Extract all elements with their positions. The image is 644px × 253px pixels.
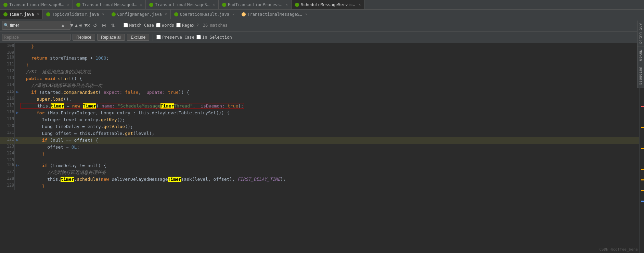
gutter-cell xyxy=(14,144,21,151)
tab-TransactionalMessageBridge-java[interactable]: TransactionalMessageBridge.java× xyxy=(0,0,73,9)
in-selection-text: In Selection xyxy=(202,35,232,40)
line-number: 119 xyxy=(0,116,14,123)
tab-bar-top: TransactionalMessageBridge.java×Transact… xyxy=(0,0,644,10)
in-selection-checkbox[interactable] xyxy=(196,35,201,39)
gutter-cell xyxy=(14,43,21,50)
tab-ScheduleMessageService-java[interactable]: ScheduleMessageService.java× xyxy=(292,0,364,9)
side-tabs: Ant BuildMavenDatabase xyxy=(637,21,644,88)
code-area[interactable]: 108 }109110 return storeTimestamp + 1000… xyxy=(0,43,639,253)
code-cell: this.timer = new Timer( name: "ScheduleM… xyxy=(21,103,639,110)
gutter-cell: ▷ xyxy=(14,110,21,116)
replace-input-wrap xyxy=(2,34,70,41)
words-label[interactable]: Words xyxy=(156,23,174,28)
tab-bottom-Timer-java[interactable]: Timer.java× xyxy=(0,10,43,19)
tab-bottom-TopicValidator-java[interactable]: TopicValidator.java× xyxy=(43,10,108,19)
line-number: 116 xyxy=(0,96,14,103)
regex-checkbox[interactable] xyxy=(176,23,181,27)
editor-wrapper: TransactionalMessageBridge.java×Transact… xyxy=(0,0,644,253)
table-row: 114 //通过CAS锁保证服务只会启动一次 xyxy=(0,82,639,89)
words-text: Words xyxy=(162,23,174,28)
code-cell: super.load(), xyxy=(21,96,639,103)
table-row: 109 xyxy=(0,50,639,55)
replace-button[interactable]: Replace xyxy=(73,34,95,41)
tab-bottom-TransactionalMessageService-java[interactable]: TransactionalMessageService.java× xyxy=(238,10,311,19)
preserve-case-checkbox[interactable] xyxy=(156,35,161,39)
table-row: 128 this.timer.schedule(new DeliverDelay… xyxy=(0,176,639,183)
code-cell: return storeTimestamp + 1000; xyxy=(21,55,639,62)
code-cell: } xyxy=(21,62,639,68)
nav-down-button[interactable]: ▼ xyxy=(82,22,90,29)
gutter-cell xyxy=(14,123,21,130)
code-cell: } xyxy=(21,151,639,157)
code-cell: Long timeDelay = entry.getValue(); xyxy=(21,123,639,130)
line-number: 122 xyxy=(0,137,14,144)
gutter-cell xyxy=(14,157,21,162)
tab-bottom-ConfigManager-java[interactable]: ConfigManager.java× xyxy=(108,10,171,19)
side-tab-maven[interactable]: Maven xyxy=(637,47,644,64)
exclude-button[interactable]: Exclude xyxy=(127,34,149,41)
refresh-button[interactable]: ↺ xyxy=(92,22,99,29)
table-row: 126▷ if (timeDelay != null) { xyxy=(0,162,639,169)
gutter-cell xyxy=(14,75,21,82)
table-row: 108 } xyxy=(0,43,639,50)
gutter-cell: ▷ xyxy=(14,162,21,169)
separator1 xyxy=(120,22,120,29)
watermark: CSDN @coffee_bene xyxy=(599,247,638,252)
help-icon[interactable]: ? xyxy=(196,23,199,27)
gutter-cell xyxy=(14,96,21,103)
gutter-cell xyxy=(14,50,21,55)
filter-button[interactable]: ⊟ xyxy=(101,22,107,29)
gutter-cell: ▷ xyxy=(14,137,21,144)
regex-label[interactable]: Regex xyxy=(176,23,194,28)
side-tab-ant-build[interactable]: Ant Build xyxy=(637,21,644,47)
table-row: 121 Long offset = this.offsetTable.get(l… xyxy=(0,130,639,137)
gutter-cell xyxy=(14,176,21,183)
code-cell: public void start() { xyxy=(21,75,639,82)
code-cell: //通过CAS锁保证服务只会启动一次 xyxy=(21,82,639,89)
match-case-checkbox[interactable] xyxy=(124,23,128,27)
preserve-case-label[interactable]: Preserve Case xyxy=(156,35,194,40)
warning-marker-scroll2 xyxy=(641,148,644,149)
code-cell: Long offset = this.offsetTable.get(level… xyxy=(21,130,639,137)
table-row: 122▷ if (null == offset) { xyxy=(0,137,639,144)
gutter-cell xyxy=(14,169,21,176)
replace-all-button[interactable]: Replace all xyxy=(97,34,125,41)
warning-marker-scroll xyxy=(641,127,644,128)
warning-marker-scroll4 xyxy=(641,179,644,180)
line-number: 113 xyxy=(0,75,14,82)
code-cell: if (null == offset) { xyxy=(21,137,639,144)
replace-input[interactable] xyxy=(4,35,65,40)
search-icon: 🔍 xyxy=(4,23,9,27)
tab-bottom-OperationResult-java[interactable]: OperationResult.java× xyxy=(171,10,239,19)
table-row: 113 public void start() { xyxy=(0,75,639,82)
search-input-wrap: 🔍 ▲ ▼ ⊞ ✕ xyxy=(2,21,70,30)
regex-text: Regex xyxy=(182,23,194,28)
words-checkbox[interactable] xyxy=(156,23,160,27)
code-cell xyxy=(21,157,639,162)
line-number: 111 xyxy=(0,62,14,68)
table-row: 127 //定时执行延迟消息处理任务 xyxy=(0,169,639,176)
table-row: 124 } xyxy=(0,151,639,157)
code-cell: //定时执行延迟消息处理任务 xyxy=(21,169,639,176)
warning-marker-scroll5 xyxy=(641,190,644,191)
line-number: 129 xyxy=(0,183,14,190)
gutter-cell xyxy=(14,82,21,89)
table-row: 118▷ for (Map.Entry<Integer, Long> entry… xyxy=(0,110,639,116)
prev-match-button[interactable]: ▲ xyxy=(59,22,67,29)
line-number: 117 xyxy=(0,103,14,110)
tab-EndTransactionProcessor-java[interactable]: EndTransactionProcessor.java× xyxy=(219,0,292,9)
gutter-cell: ▷ xyxy=(14,89,21,96)
line-number: 114 xyxy=(0,82,14,89)
preserve-case-text: Preserve Case xyxy=(162,35,194,40)
in-selection-label[interactable]: In Selection xyxy=(196,35,232,40)
side-tab-database[interactable]: Database xyxy=(637,64,644,88)
sort-button[interactable]: ⇅ xyxy=(110,22,116,29)
match-case-label[interactable]: Match Case xyxy=(124,23,154,28)
line-number: 127 xyxy=(0,169,14,176)
match-case-text: Match Case xyxy=(129,23,154,28)
tab-TransactionalMessageServiceImpl-java[interactable]: TransactionalMessageServiceImpl.java× xyxy=(146,0,219,9)
search-input[interactable] xyxy=(10,23,58,28)
nav-up-button[interactable]: ▲ xyxy=(73,22,80,29)
tab-TransactionalMessageUtil-java[interactable]: TransactionalMessageUtil.java× xyxy=(73,0,146,9)
line-number: 123 xyxy=(0,144,14,151)
